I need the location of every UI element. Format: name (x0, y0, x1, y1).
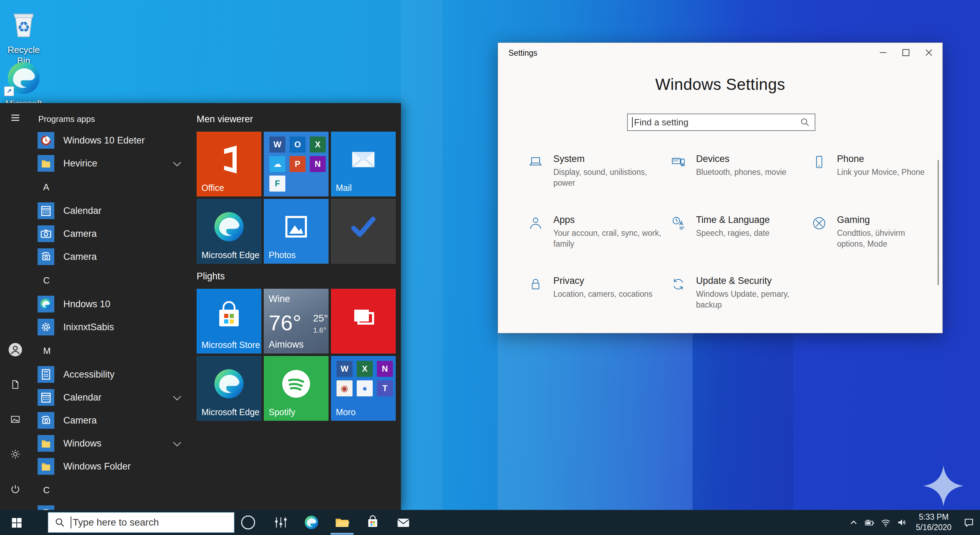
start-app-list: Programs apps Windows 10 Edeter Hevirice… (30, 103, 194, 510)
start-tile[interactable]: Microsoft Edge (197, 199, 261, 264)
start-app-item[interactable]: Calendar (30, 386, 194, 409)
tile-glyph (264, 199, 329, 255)
start-tile[interactable] (331, 289, 396, 353)
app-icon (38, 202, 54, 219)
start-app-item[interactable]: InixnxtSabis (30, 316, 194, 339)
pictures-icon[interactable] (7, 411, 24, 428)
start-app-item[interactable]: Hevirice (30, 152, 194, 175)
start-tile[interactable]: Mail (331, 132, 396, 196)
task-view-icon[interactable] (266, 510, 296, 535)
rail-icon (10, 112, 21, 123)
minimize-icon (880, 52, 886, 53)
category-icon (670, 276, 686, 292)
user-avatar[interactable] (7, 341, 24, 358)
app-icon (38, 458, 54, 475)
close-button[interactable] (917, 43, 940, 62)
maximize-button[interactable] (894, 43, 917, 62)
start-app-item[interactable]: Hndows 10 (30, 292, 194, 316)
start-tile[interactable]: WXN◉●T (331, 356, 396, 421)
desktop-icon-edge-shortcut[interactable]: Microsoft (2, 60, 45, 109)
close-icon (925, 49, 933, 56)
store-icon[interactable] (357, 510, 388, 535)
start-tile[interactable] (331, 199, 396, 264)
edge-icon[interactable] (296, 510, 327, 535)
category-title: Phone (837, 153, 925, 164)
mail-icon[interactable] (388, 510, 418, 535)
start-app-item[interactable]: C (30, 478, 194, 502)
start-tile[interactable]: Office (197, 132, 261, 196)
chevron-down-icon[interactable] (173, 158, 181, 166)
taskbar-app-glyph (365, 515, 380, 530)
start-tile[interactable]: Spotify (264, 356, 329, 421)
mini-app-icon: X (357, 361, 373, 377)
app-label: Camera (63, 415, 97, 426)
settings-categories: System Display, sound, unilistions, powe… (528, 153, 931, 333)
power-icon[interactable] (7, 481, 24, 497)
settings-category[interactable]: Time & Language Speech, ragies, date (670, 214, 811, 276)
text-cursor (632, 117, 633, 128)
settings-icon[interactable] (7, 446, 24, 463)
app-icon (38, 412, 54, 429)
category-text: Time & Language Speech, ragies, date (696, 214, 770, 239)
settings-window: Settings Windows Settings Find a setting… (498, 43, 943, 333)
volume-icon[interactable] (894, 510, 910, 535)
app-icon (38, 296, 54, 312)
tile-label: Microsoft Store (202, 340, 260, 350)
taskbar-app-glyph (273, 515, 288, 530)
start-app-item[interactable]: Windows 10 Edeter (30, 129, 194, 152)
taskbar-clock[interactable]: 5:33 PM 5/16/2020 (912, 512, 956, 533)
settings-category[interactable]: Privacy Location, camers, cocations (528, 276, 670, 333)
taskbar-search-input[interactable]: Type here to search (48, 513, 234, 533)
app-label: Windows 10 Edeter (63, 135, 145, 146)
settings-category[interactable]: Apps Your accoun, crail, sync, work, fam… (528, 214, 670, 276)
notification-icon (963, 517, 974, 528)
chevron-down-icon[interactable] (173, 393, 181, 401)
start-tile[interactable]: Microsoft Edge (197, 356, 261, 421)
desktop-icon-recycle-bin[interactable]: ♻ Recycle Bin (2, 5, 45, 66)
chevron-down-icon[interactable] (173, 439, 181, 447)
file-explorer-icon[interactable] (327, 510, 357, 535)
settings-category[interactable]: System Display, sound, unilistions, powe… (528, 153, 670, 214)
start-app-item[interactable]: A (30, 175, 194, 199)
start-app-item[interactable]: Calendar (30, 199, 194, 222)
start-app-item[interactable]: Camera (30, 245, 194, 268)
category-subtitle: Windows Update, pemary, backup (696, 289, 806, 310)
start-tile[interactable]: Microsoft Store (197, 289, 261, 353)
start-button[interactable] (1, 510, 32, 535)
action-center-button[interactable] (958, 510, 980, 535)
start-tile[interactable]: Wine 76° 25° 1.6° Aimiows (264, 289, 329, 353)
settings-category[interactable]: Update & Security Windows Update, pemary… (670, 276, 811, 333)
start-app-item[interactable]: Camera (30, 222, 194, 245)
rail-icon (8, 342, 22, 357)
tile-group-title[interactable]: Men viewerer (197, 112, 398, 126)
tile-group-title[interactable]: Plights (197, 269, 398, 283)
start-app-item[interactable]: Accessibility (30, 363, 194, 386)
settings-category[interactable]: Gaming Condttios, ühvivirm options, Mode (811, 214, 931, 276)
text-cursor (71, 517, 72, 529)
settings-category[interactable]: Phone Link your Movice, Phone (811, 153, 931, 214)
app-list-header: Programs apps (38, 112, 194, 126)
start-tile[interactable]: WOX☁PNF (264, 132, 329, 196)
battery-icon[interactable] (862, 510, 878, 535)
scrollbar[interactable] (937, 160, 939, 285)
settings-category[interactable]: Devices Bluetooth, phones, movie (670, 153, 811, 214)
hamburger-menu-icon[interactable] (7, 109, 24, 126)
cortana-button[interactable] (234, 510, 262, 535)
start-tile[interactable]: Photos (264, 199, 329, 264)
start-app-item[interactable] (30, 502, 194, 510)
category-icon (811, 154, 827, 170)
category-icon (528, 276, 544, 292)
documents-icon[interactable] (7, 376, 24, 393)
minimize-button[interactable] (872, 43, 894, 62)
settings-search-input[interactable]: Find a setting (627, 113, 815, 131)
start-app-item[interactable]: Windows (30, 432, 194, 455)
start-app-item[interactable]: M (30, 339, 194, 363)
tile-glyph (264, 356, 329, 412)
start-app-item[interactable]: C (30, 268, 194, 292)
hidden-icons-chevron[interactable] (846, 510, 862, 535)
wifi-icon[interactable] (878, 510, 894, 535)
start-app-item[interactable]: Windows Folder (30, 455, 194, 478)
start-app-item[interactable]: Camera (30, 409, 194, 432)
search-placeholder: Find a setting (634, 117, 688, 128)
category-icon (670, 154, 686, 170)
